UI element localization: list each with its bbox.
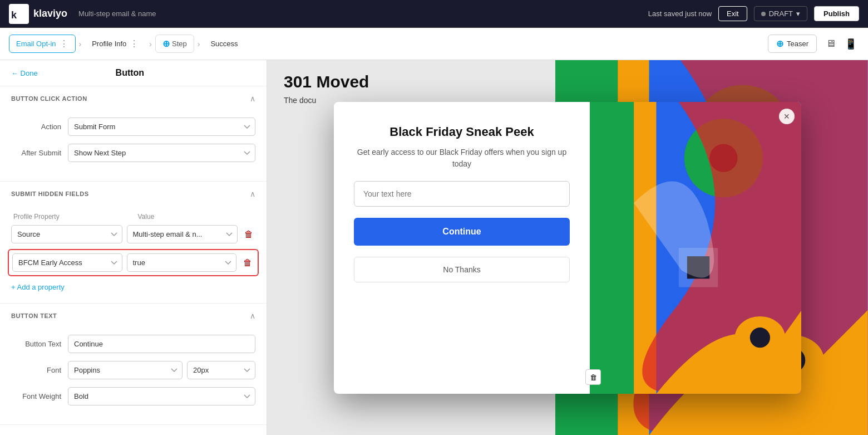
font-label: Font [11,366,61,374]
font-weight-row: Font Weight Bold [11,387,255,405]
step-nav-steps: Email Opt-in ⋮ › Profile Info ⋮ › ⊕ Step… [9,35,245,53]
value-select-1[interactable]: Multi-step email & n... [127,225,238,243]
chevron-up-icon: ∧ [250,189,255,198]
draft-button[interactable]: DRAFT ▾ [754,6,807,21]
button-click-action-section: BUTTON CLICK ACTION ∧ Action Submit Form… [0,86,267,182]
step-arrow-2: › [149,40,152,48]
svg-point-19 [750,328,770,348]
preview-area: 301 Moved The docu [267,60,868,435]
plus-icon: ⊕ [776,38,783,49]
profile-property-select-1[interactable]: Source [11,225,122,243]
font-weight-label: Font Weight [11,392,61,400]
nav-left: k klaviyo Multi-step email & name [9,4,156,24]
font-row: Font Poppins 20px [11,361,255,379]
panel-title: Button [116,68,145,78]
step-label: Step [172,40,187,48]
app-title: Multi-step email & name [78,9,156,18]
delete-row-1-button[interactable]: 🗑 [242,227,255,242]
action-select[interactable]: Submit Form [68,118,255,136]
step-label: Profile Info [92,40,126,48]
hidden-field-row-2: BFCM Early Access true 🗑 [12,253,254,272]
profile-property-col-header: Profile Property [13,213,129,221]
chevron-up-icon: ∧ [250,311,255,320]
step-success[interactable]: Success [203,36,245,52]
step-profile-info[interactable]: Profile Info ⋮ [85,35,146,53]
after-submit-select[interactable]: Show Next Step [68,144,255,162]
chevron-up-icon: ∧ [250,94,255,103]
popup-overlay: Black Friday Sneak Peek Get early access… [267,60,868,435]
section-body-hidden: Profile Property Value Source Multi-step… [0,206,267,303]
step-label: Success [210,40,238,48]
popup-no-thanks-button[interactable]: No Thanks [354,257,570,282]
back-button[interactable]: ← Done [11,69,38,77]
popup-delete-icon[interactable]: 🗑 [585,369,601,385]
klaviyo-logo: k klaviyo [9,4,67,24]
popup-left: Black Friday Sneak Peek Get early access… [334,102,590,394]
popup-close-button[interactable]: ✕ [779,109,795,124]
after-submit-row: After Submit Show Next Step [11,144,255,162]
step-options-icon[interactable]: ⋮ [130,38,139,49]
button-text-section: BUTTON TEXT ∧ Button Text Font Poppins 2… [0,304,267,425]
nav-right-controls: ⊕ Teaser 🖥 📱 [768,35,859,53]
mobile-icon[interactable]: 📱 [842,36,859,52]
popup-title: Black Friday Sneak Peek [354,124,570,140]
font-controls: Poppins 20px [68,361,255,379]
action-row: Action Submit Form [11,118,255,136]
main-layout: ← Done Button BUTTON CLICK ACTION ∧ Acti… [0,60,868,435]
section-body-action: Action Submit Form After Submit Show Nex… [0,111,267,181]
popup-right-art [590,102,801,394]
left-panel: ← Done Button BUTTON CLICK ACTION ∧ Acti… [0,60,267,435]
step-email-opt-in[interactable]: Email Opt-in ⋮ [9,35,76,53]
draft-label: DRAFT [769,9,793,18]
panel-header: ← Done Button [0,60,267,86]
button-text-row: Button Text [11,335,255,353]
section-header-action[interactable]: BUTTON CLICK ACTION ∧ [0,86,267,111]
device-icons: 🖥 📱 [823,36,859,52]
value-col-header: Value [138,213,254,221]
add-property-button[interactable]: + Add a property [11,281,65,294]
hidden-field-row-1: Source Multi-step email & n... 🗑 [11,225,255,243]
font-select[interactable]: Poppins [68,361,183,379]
teaser-label: Teaser [787,40,808,48]
svg-text:k: k [11,9,17,21]
section-header-hidden[interactable]: SUBMIT HIDDEN FIELDS ∧ [0,182,267,206]
popup: Black Friday Sneak Peek Get early access… [334,102,801,394]
value-select-2[interactable]: true [127,253,237,272]
profile-property-select-2[interactable]: BFCM Early Access [12,253,122,272]
submit-hidden-fields-section: SUBMIT HIDDEN FIELDS ∧ Profile Property … [0,182,267,304]
logo-text: klaviyo [33,8,67,19]
section-title: BUTTON CLICK ACTION [11,95,87,102]
popup-email-input[interactable] [354,181,570,207]
top-navigation: k klaviyo Multi-step email & name Last s… [0,0,868,28]
step-arrow-3: › [198,40,200,48]
section-title: BUTTON TEXT [11,312,57,319]
step-arrow-1: › [79,40,82,48]
font-weight-select[interactable]: Bold [68,387,255,405]
hidden-fields-header: Profile Property Value [11,213,255,221]
section-header-btn-text[interactable]: BUTTON TEXT ∧ [0,304,267,328]
size-select[interactable]: 20px [187,361,255,379]
draft-chevron-icon: ▾ [796,9,800,18]
action-label: Action [11,123,61,131]
step-options-icon[interactable]: ⋮ [60,38,68,49]
after-submit-label: After Submit [11,149,61,157]
last-saved-text: Last saved just now [648,9,712,18]
trash-icon: 🗑 [590,373,597,382]
popup-continue-button[interactable]: Continue [354,218,570,246]
nav-right: Last saved just now Exit DRAFT ▾ Publish [648,6,859,21]
desktop-icon[interactable]: 🖥 [823,36,838,52]
popup-subtitle: Get early access to our Black Friday off… [354,146,570,170]
draft-dot [761,12,766,16]
button-text-input[interactable] [68,335,255,353]
button-text-label: Button Text [11,340,61,348]
step-label: Email Opt-in [16,40,56,48]
plus-icon: ⊕ [162,38,170,49]
publish-button[interactable]: Publish [814,6,859,21]
popup-content: Black Friday Sneak Peek Get early access… [354,124,570,170]
section-body-btn-text: Button Text Font Poppins 20px F [0,328,267,424]
exit-button[interactable]: Exit [718,6,747,21]
step-teaser-button[interactable]: ⊕ Teaser [768,35,817,53]
step-add-step[interactable]: ⊕ Step [155,35,194,53]
step-navigation: Email Opt-in ⋮ › Profile Info ⋮ › ⊕ Step… [0,28,868,60]
delete-row-2-button[interactable]: 🗑 [241,256,254,270]
